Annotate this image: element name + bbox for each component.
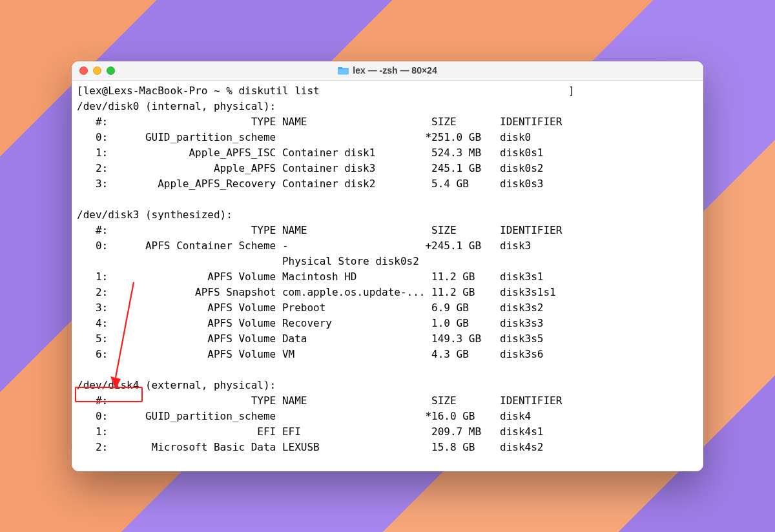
terminal-window: lex — -zsh — 80×24 [lex@Lexs-MacBook-Pro…	[72, 61, 703, 471]
output-line: 1: APFS Volume Macintosh HD 11.2 GB disk…	[77, 271, 543, 283]
output-line: #: TYPE NAME SIZE IDENTIFIER	[77, 394, 562, 407]
output-line: Physical Store disk0s2	[77, 255, 419, 267]
output-line: 2: Apple_APFS Container disk3 245.1 GB d…	[77, 162, 543, 174]
traffic-lights	[72, 66, 115, 75]
output-line: 1: Apple_APFS_ISC Container disk1 524.3 …	[77, 147, 543, 159]
close-button[interactable]	[79, 66, 88, 75]
output-line: 5: APFS Volume Data 149.3 GB disk3s5	[77, 332, 543, 345]
output-line: 0: APFS Container Scheme - +245.1 GB dis…	[77, 240, 531, 252]
prompt-line: [lex@Lexs-MacBook-Pro ~ % diskutil list …	[77, 85, 575, 97]
output-line: 3: Apple_APFS_Recovery Container disk2 5…	[77, 178, 543, 190]
output-line: /dev/disk4 (external, physical):	[77, 379, 276, 391]
minimize-button[interactable]	[93, 66, 101, 75]
output-line: 2: APFS Snapshot com.apple.os.update-...…	[77, 286, 556, 298]
output-line: /dev/disk3 (synthesized):	[77, 209, 232, 221]
output-line: #: TYPE NAME SIZE IDENTIFIER	[77, 224, 562, 236]
output-line: 2: Microsoft Basic Data LEXUSB 15.8 GB d…	[77, 441, 543, 453]
output-line: /dev/disk0 (internal, physical):	[77, 100, 276, 112]
titlebar[interactable]: lex — -zsh — 80×24	[72, 61, 703, 81]
folder-icon	[338, 66, 349, 75]
output-line: 0: GUID_partition_scheme *16.0 GB disk4	[77, 410, 531, 422]
output-line: #: TYPE NAME SIZE IDENTIFIER	[77, 116, 562, 128]
window-title-text: lex — -zsh — 80×24	[353, 65, 437, 76]
output-line: 6: APFS Volume VM 4.3 GB disk3s6	[77, 348, 543, 360]
zoom-button[interactable]	[107, 66, 115, 75]
output-line: 3: APFS Volume Preboot 6.9 GB disk3s2	[77, 302, 543, 314]
terminal-content[interactable]: [lex@Lexs-MacBook-Pro ~ % diskutil list …	[72, 81, 703, 471]
output-line: 1: EFI EFI 209.7 MB disk4s1	[77, 425, 543, 438]
window-title: lex — -zsh — 80×24	[72, 65, 703, 76]
output-line: 0: GUID_partition_scheme *251.0 GB disk0	[77, 131, 531, 143]
output-line: 4: APFS Volume Recovery 1.0 GB disk3s3	[77, 317, 543, 329]
